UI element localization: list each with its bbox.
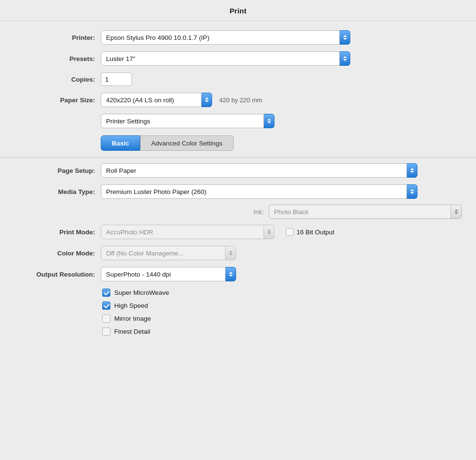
paper-size-select-wrap: 420x220 (A4 LS on roll) (101, 93, 212, 107)
printer-control: Epson Stylus Pro 4900 10.0.1.7 (IP) (101, 30, 462, 45)
tab-divider (0, 157, 476, 157)
window-title: Print (0, 0, 476, 20)
copies-label: Copies: (14, 76, 101, 83)
stepper-up-icon (410, 168, 414, 170)
paper-size-row: Paper Size: 420x220 (A4 LS on roll) 420 … (0, 89, 476, 110)
stepper-up-icon (229, 272, 233, 274)
print-form: Printer: Epson Stylus Pro 4900 10.0.1.7 … (0, 22, 476, 344)
stepper-up-icon (205, 97, 209, 99)
print-mode-select[interactable]: AccuPhoto HDR (101, 225, 264, 239)
stepper-up-icon (267, 119, 271, 121)
print-mode-stepper[interactable] (264, 225, 274, 239)
page-setup-label: Page Setup: (14, 167, 101, 174)
print-mode-control: AccuPhoto HDR 16 Bit Output (101, 225, 462, 239)
media-type-control: Premium Luster Photo Paper (260) (101, 184, 462, 199)
media-type-label: Media Type: (14, 188, 101, 195)
ink-label: Ink: (253, 208, 264, 216)
color-mode-label: Color Mode: (14, 250, 101, 257)
settings-select-wrap: Printer Settings (101, 114, 274, 128)
checkboxes-section: Super MicroWeave High Speed Mirror Image… (0, 285, 476, 339)
media-type-select[interactable]: Premium Luster Photo Paper (260) (101, 184, 407, 199)
high-speed-checkbox[interactable] (102, 302, 110, 310)
high-speed-label: High Speed (114, 302, 148, 309)
presets-row: Presets: Luster 17" (0, 48, 476, 69)
stepper-up-icon (343, 35, 347, 37)
paper-size-dims: 420 by 220 mm (219, 97, 262, 104)
finest-detail-label: Finest Detail (114, 328, 150, 335)
stepper-down-icon (205, 100, 209, 102)
printer-label: Printer: (14, 34, 101, 41)
finest-detail-checkbox[interactable] (102, 327, 110, 336)
print-mode-label: Print Mode: (14, 229, 101, 236)
bit-output-wrap: 16 Bit Output (286, 228, 334, 236)
paper-size-control: 420x220 (A4 LS on roll) 420 by 220 mm (101, 93, 462, 107)
copies-control (101, 73, 462, 86)
stepper-up-icon (454, 209, 458, 211)
mirror-image-checkbox[interactable] (102, 315, 110, 323)
stepper-down-icon (343, 38, 347, 40)
page-setup-stepper[interactable] (407, 163, 417, 178)
stepper-up-icon (267, 230, 271, 231)
color-mode-control: Off (No Color Manageme... (101, 246, 462, 260)
stepper-up-icon (410, 189, 414, 191)
copies-input[interactable] (101, 73, 132, 86)
output-res-label: Output Resolution: (14, 271, 101, 278)
media-type-row: Media Type: Premium Luster Photo Paper (… (0, 181, 476, 202)
color-mode-select[interactable]: Off (No Color Manageme... (101, 246, 226, 260)
media-type-select-wrap: Premium Luster Photo Paper (260) (101, 184, 417, 199)
output-res-select[interactable]: SuperPhoto - 1440 dpi (101, 267, 226, 281)
printer-stepper[interactable] (340, 30, 350, 45)
title-divider (0, 21, 476, 21)
stepper-up-icon (343, 56, 347, 58)
output-res-select-wrap: SuperPhoto - 1440 dpi (101, 267, 236, 281)
page-setup-row: Page Setup: Roll Paper (0, 160, 476, 181)
output-res-row: Output Resolution: SuperPhoto - 1440 dpi (0, 264, 476, 285)
presets-select[interactable]: Luster 17" (101, 51, 340, 66)
presets-control: Luster 17" (101, 51, 462, 66)
color-mode-row: Color Mode: Off (No Color Manageme... (0, 242, 476, 264)
printer-select[interactable]: Epson Stylus Pro 4900 10.0.1.7 (IP) (101, 30, 340, 45)
bit-output-label: 16 Bit Output (297, 229, 334, 236)
print-mode-row: Print Mode: AccuPhoto HDR 16 Bit Output (0, 221, 476, 242)
stepper-down-icon (229, 254, 233, 255)
bit-output-checkbox[interactable] (286, 228, 294, 236)
settings-stepper[interactable] (264, 114, 274, 128)
print-dialog: Print Printer: Epson Stylus Pro 4900 10.… (0, 0, 476, 460)
paper-size-stepper[interactable] (202, 93, 212, 107)
presets-stepper[interactable] (340, 51, 350, 66)
ink-stepper[interactable] (451, 205, 462, 219)
copies-row: Copies: (0, 69, 476, 89)
super-microweave-checkbox[interactable] (102, 289, 110, 297)
ink-select-wrap: Photo Black (269, 205, 462, 219)
checkbox-row-high-speed: High Speed (102, 302, 462, 310)
tab-advanced-color[interactable]: Advanced Color Settings (140, 135, 234, 151)
checkbox-row-mirror-image: Mirror Image (102, 315, 462, 323)
page-setup-select[interactable]: Roll Paper (101, 163, 407, 178)
stepper-down-icon (454, 212, 458, 214)
stepper-down-icon (343, 59, 347, 61)
media-type-stepper[interactable] (407, 184, 417, 199)
paper-size-select[interactable]: 420x220 (A4 LS on roll) (101, 93, 202, 107)
paper-size-label: Paper Size: (14, 97, 101, 104)
output-res-stepper[interactable] (226, 267, 236, 281)
printer-settings-row: Printer Settings (0, 110, 476, 132)
tab-basic[interactable]: Basic (101, 135, 140, 151)
checkbox-row-finest-detail: Finest Detail (102, 327, 462, 336)
stepper-down-icon (410, 192, 414, 194)
super-microweave-label: Super MicroWeave (114, 289, 169, 296)
checkbox-row-super-microweave: Super MicroWeave (102, 289, 462, 297)
page-setup-select-wrap: Roll Paper (101, 163, 417, 178)
stepper-up-icon (229, 251, 233, 253)
printer-select-wrap: Epson Stylus Pro 4900 10.0.1.7 (IP) (101, 30, 350, 45)
printer-settings-select[interactable]: Printer Settings (101, 114, 264, 128)
print-mode-select-wrap: AccuPhoto HDR (101, 225, 274, 239)
output-res-control: SuperPhoto - 1440 dpi (101, 267, 462, 281)
presets-select-wrap: Luster 17" (101, 51, 350, 66)
color-mode-stepper[interactable] (226, 246, 236, 260)
presets-label: Presets: (14, 55, 101, 62)
printer-row: Printer: Epson Stylus Pro 4900 10.0.1.7 … (0, 27, 476, 48)
stepper-down-icon (267, 121, 271, 123)
stepper-down-icon (267, 232, 271, 234)
mirror-image-label: Mirror Image (114, 315, 151, 322)
ink-select[interactable]: Photo Black (269, 205, 451, 219)
